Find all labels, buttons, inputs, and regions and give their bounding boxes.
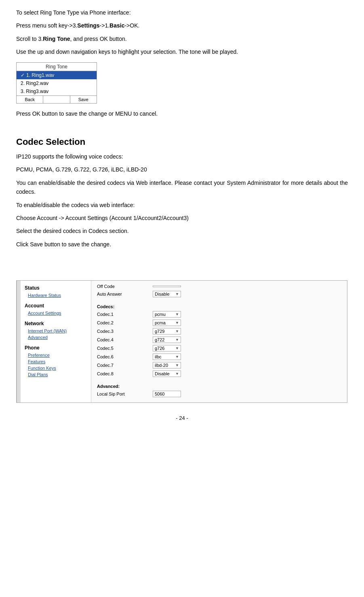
chevron-down-icon: ▼ xyxy=(175,346,179,350)
chevron-down-icon: ▼ xyxy=(175,363,179,367)
codec-3-value: g729 xyxy=(155,329,164,334)
codec-8-row: Codec.8 Disable ▼ xyxy=(97,370,341,377)
checkmark-icon: ✓ xyxy=(21,72,25,78)
sidebar-account-title: Account xyxy=(21,302,91,310)
codec-para6: Select the desired codecs in Codecs sect… xyxy=(16,227,348,235)
sidebar-preference-link[interactable]: Preference xyxy=(21,352,91,358)
codecs-section-row: Codecs: xyxy=(97,304,341,309)
intro-ringtone-bold: Ring Tone xyxy=(43,36,70,42)
codec-6-row: Codec.6 ilbc ▼ xyxy=(97,354,341,360)
intro-line1: To select Ring Tone Type via Phone inter… xyxy=(16,8,348,17)
sidebar-hardware-status-link[interactable]: Hardware Status xyxy=(21,292,91,298)
sidebar-network-section: Network Internet Port (WAN) Advanced xyxy=(21,320,91,341)
off-code-input[interactable] xyxy=(153,286,181,287)
phone-back-button[interactable]: Back xyxy=(17,96,43,103)
phone-footer: Back Save xyxy=(17,95,97,103)
codec-7-label: Codec.7 xyxy=(97,363,149,368)
codec-2-row: Codec.2 pcma ▼ xyxy=(97,320,341,326)
codec-7-row: Codec.7 ilbd-20 ▼ xyxy=(97,362,341,368)
page-number: - 24 - xyxy=(16,415,348,421)
codec-7-dropdown[interactable]: ilbd-20 ▼ xyxy=(153,362,181,368)
codec-4-row: Codec.4 g722 ▼ xyxy=(97,337,341,343)
scrollbar[interactable] xyxy=(17,281,21,402)
phone-item-1-label: 1. Ring1.wav xyxy=(26,72,54,78)
codec-6-dropdown[interactable]: ilbc ▼ xyxy=(153,354,181,360)
chevron-down-icon: ▼ xyxy=(175,292,179,296)
intro-line2-post: ->OK. xyxy=(124,22,139,29)
codec-8-value: Disable xyxy=(155,371,170,376)
sidebar-status-section: Status Hardware Status xyxy=(21,284,91,298)
intro-line2: Press menu soft key->3.Settings->1.Basic… xyxy=(16,21,348,30)
phone-item-2-label: 2. Ring2.wav xyxy=(21,80,48,86)
local-sip-port-label: Local Sip Port xyxy=(97,392,149,396)
chevron-down-icon: ▼ xyxy=(175,312,179,316)
sidebar: Status Hardware Status Account Account S… xyxy=(21,281,91,402)
auto-answer-label: Auto Answer xyxy=(97,292,149,296)
advanced-label: Advanced: xyxy=(97,384,120,389)
codec-5-dropdown[interactable]: g726 ▼ xyxy=(153,345,181,351)
intro-line3: Scroll to 3.Ring Tone, and press OK butt… xyxy=(16,34,348,43)
codecs-label: Codecs: xyxy=(97,304,114,309)
sidebar-status-title: Status xyxy=(21,284,91,292)
sidebar-account-settings-link[interactable]: Account Settings xyxy=(21,310,91,316)
auto-answer-row: Auto Answer Disable ▼ xyxy=(97,291,341,297)
codec-1-label: Codec.1 xyxy=(97,312,149,317)
phone-save-button[interactable]: Save xyxy=(70,96,97,103)
codec-6-label: Codec.6 xyxy=(97,354,149,359)
codec-1-value: pcmu xyxy=(155,312,166,317)
auto-answer-dropdown[interactable]: Disable ▼ xyxy=(153,291,181,297)
intro-line4: Use the up and down navigation keys to h… xyxy=(16,47,348,56)
chevron-down-icon: ▼ xyxy=(175,372,179,376)
codec-2-value: pcma xyxy=(155,320,166,325)
off-code-label: Off Code xyxy=(97,284,149,289)
sidebar-dial-plans-link[interactable]: Dial Plans xyxy=(21,371,91,378)
phone-middle-button xyxy=(43,96,70,103)
sidebar-features-link[interactable]: Features xyxy=(21,358,91,365)
sidebar-network-title: Network xyxy=(21,320,91,328)
sidebar-advanced-link[interactable]: Advanced xyxy=(21,334,91,341)
intro-line2-mid: ->1. xyxy=(100,22,110,29)
main-content: Off Code Auto Answer Disable ▼ Codecs: C… xyxy=(91,281,347,402)
sidebar-internet-port-link[interactable]: Internet Port (WAN) xyxy=(21,328,91,334)
chevron-down-icon: ▼ xyxy=(175,338,179,342)
codec-2-dropdown[interactable]: pcma ▼ xyxy=(153,320,181,326)
codec-7-value: ilbd-20 xyxy=(155,363,168,368)
codec-3-dropdown[interactable]: g729 ▼ xyxy=(153,328,181,334)
sidebar-phone-section: Phone Preference Features Function Keys … xyxy=(21,344,91,378)
phone-item-2: 2. Ring2.wav xyxy=(17,79,97,87)
local-sip-port-row: Local Sip Port 5060 xyxy=(97,391,341,397)
sidebar-phone-title: Phone xyxy=(21,344,91,352)
phone-item-3-label: 3. Ring3.wav xyxy=(21,89,48,94)
intro-line2-pre: Press menu soft key->3. xyxy=(16,22,77,29)
codec-para3: You can enable/disable the desired codec… xyxy=(16,178,348,197)
codec-4-dropdown[interactable]: g722 ▼ xyxy=(153,337,181,343)
off-code-row: Off Code xyxy=(97,284,341,289)
phone-mockup: Ring Tone ✓ 1. Ring1.wav 2. Ring2.wav 3.… xyxy=(16,62,97,104)
chevron-down-icon: ▼ xyxy=(175,355,179,359)
codec-3-row: Codec.3 g729 ▼ xyxy=(97,328,341,334)
local-sip-port-input[interactable]: 5060 xyxy=(153,391,181,397)
sidebar-account-section: Account Account Settings xyxy=(21,302,91,316)
intro-settings-bold: Settings xyxy=(77,22,99,29)
codec-8-dropdown[interactable]: Disable ▼ xyxy=(153,370,181,377)
intro-line3-pre: Scroll to 3. xyxy=(16,36,43,42)
codec-para1: IP120 supports the following voice codec… xyxy=(16,152,348,161)
phone-title: Ring Tone xyxy=(17,63,97,71)
intro-basic-bold: Basic xyxy=(109,22,124,29)
chevron-down-icon: ▼ xyxy=(175,329,179,333)
phone-item-3: 3. Ring3.wav xyxy=(17,87,97,95)
codec-3-label: Codec.3 xyxy=(97,329,149,334)
codec-4-value: g722 xyxy=(155,337,164,342)
intro-line3-post: , and press OK button. xyxy=(70,36,127,42)
codec-para5: Choose Account -> Account Settings (Acco… xyxy=(16,214,348,222)
codec-para7: Click Save button to save the change. xyxy=(16,240,348,249)
codec-5-row: Codec.5 g726 ▼ xyxy=(97,345,341,351)
after-mockup-text: Press OK button to save the change or ME… xyxy=(16,109,348,118)
codec-5-value: g726 xyxy=(155,346,164,351)
codec-6-value: ilbc xyxy=(155,354,162,359)
codec-1-row: Codec.1 pcmu ▼ xyxy=(97,311,341,318)
codec-para4: To enable/disable the codecs via web int… xyxy=(16,201,348,210)
sidebar-function-keys-link[interactable]: Function Keys xyxy=(21,365,91,371)
codec-2-label: Codec.2 xyxy=(97,320,149,325)
codec-1-dropdown[interactable]: pcmu ▼ xyxy=(153,311,181,318)
